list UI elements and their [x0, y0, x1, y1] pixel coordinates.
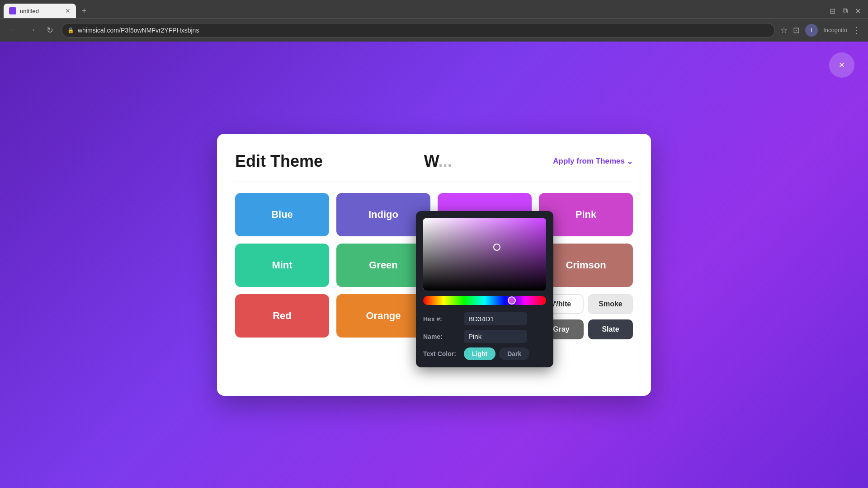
- name-field-row: Name:: [423, 330, 546, 343]
- text-color-light-button[interactable]: Light: [464, 347, 495, 360]
- panel-header: Edit Theme W... Apply from Themes ⌄: [235, 152, 633, 171]
- bookmark-icon[interactable]: ☆: [780, 25, 788, 35]
- name-label: Name:: [423, 333, 464, 340]
- color-spectrum[interactable]: [423, 218, 546, 291]
- page-background: × Edit Theme W... Apply from Themes ⌄ Bl…: [0, 42, 868, 488]
- edit-theme-panel: Edit Theme W... Apply from Themes ⌄ Blue…: [217, 134, 651, 396]
- address-bar[interactable]: 🔒 whimsical.com/P3f5owNMFvr2YFPHxsbjns: [61, 23, 775, 38]
- color-tile-green-label: Green: [369, 259, 398, 271]
- nav-actions: ☆ ⊡ I Incognito ⋮: [780, 24, 861, 37]
- browser-chrome: untitled ✕ + ⊟ ⧉ ✕ ← → ↻ 🔒 whimsical.com…: [0, 0, 868, 42]
- neutral-gray-label: Gray: [553, 325, 569, 333]
- name-input[interactable]: [464, 330, 527, 343]
- active-tab[interactable]: untitled ✕: [4, 4, 76, 18]
- color-tile-orange-label: Orange: [366, 310, 401, 322]
- refresh-button[interactable]: ↻: [43, 24, 56, 37]
- color-tile-blue[interactable]: Blue: [235, 193, 329, 236]
- chevron-down-icon: ⌄: [627, 157, 633, 166]
- nav-bar: ← → ↻ 🔒 whimsical.com/P3f5owNMFvr2YFPHxs…: [0, 18, 868, 42]
- hue-slider[interactable]: [423, 296, 546, 305]
- lock-icon: 🔒: [67, 27, 74, 33]
- hue-next-icon[interactable]: ›: [554, 300, 557, 309]
- hex-field-row: Hex #:: [423, 312, 546, 325]
- text-color-row: Text Color: Light Dark: [423, 347, 546, 360]
- panel-title: Edit Theme: [235, 152, 323, 171]
- close-modal-button[interactable]: ×: [829, 52, 854, 78]
- neutral-slate-label: Slate: [602, 325, 619, 333]
- color-tile-crimson-label: Crimson: [566, 259, 606, 271]
- color-tile-indigo-label: Indigo: [368, 209, 398, 221]
- text-color-dark-button[interactable]: Dark: [499, 347, 529, 360]
- restore-button[interactable]: ⧉: [843, 7, 848, 15]
- window-close-button[interactable]: ✕: [855, 7, 861, 15]
- minimize-button[interactable]: ⊟: [830, 7, 835, 15]
- tab-favicon: [9, 7, 16, 14]
- neutral-tile-slate[interactable]: Slate: [588, 319, 633, 339]
- color-tile-mint[interactable]: Mint: [235, 244, 329, 287]
- apply-themes-button[interactable]: Apply from Themes ⌄: [553, 157, 633, 166]
- color-tile-blue-label: Blue: [271, 209, 293, 221]
- color-tile-purple[interactable]: › Hex #: Name:: [438, 193, 532, 236]
- neutral-tile-smoke[interactable]: Smoke: [588, 294, 633, 314]
- color-tile-red[interactable]: Red: [235, 294, 329, 338]
- browser-menu-button[interactable]: ⋮: [853, 25, 861, 35]
- new-tab-button[interactable]: +: [78, 5, 90, 17]
- panel-divider: [235, 182, 633, 182]
- hex-input[interactable]: [464, 312, 527, 325]
- hex-label: Hex #:: [423, 315, 464, 323]
- text-color-options: Light Dark: [464, 347, 529, 360]
- forward-button[interactable]: →: [25, 24, 38, 37]
- neutral-smoke-label: Smoke: [599, 300, 622, 308]
- hue-row: ›: [423, 296, 546, 312]
- color-tile-red-label: Red: [273, 310, 292, 322]
- wip-preview-text: W...: [424, 152, 452, 171]
- text-color-label: Text Color:: [423, 350, 464, 357]
- color-grid: Blue Indigo: [235, 193, 633, 339]
- incognito-label: Incognito: [823, 27, 847, 33]
- apply-themes-label: Apply from Themes: [553, 157, 625, 166]
- tab-bar: untitled ✕ + ⊟ ⧉ ✕: [0, 0, 868, 18]
- color-picker-popup: › Hex #: Name:: [416, 211, 553, 367]
- url-text: whimsical.com/P3f5owNMFvr2YFPHxsbjns: [78, 27, 199, 34]
- tab-title: untitled: [20, 8, 61, 14]
- tab-close-button[interactable]: ✕: [65, 8, 71, 14]
- color-tile-mint-label: Mint: [272, 259, 292, 271]
- profile-button[interactable]: I: [805, 24, 818, 37]
- reader-mode-icon[interactable]: ⊡: [793, 25, 800, 35]
- color-tile-pink-label: Pink: [576, 209, 596, 221]
- back-button[interactable]: ←: [7, 24, 20, 37]
- hue-handle: [508, 296, 516, 305]
- window-controls: ⊟ ⧉ ✕: [830, 7, 861, 15]
